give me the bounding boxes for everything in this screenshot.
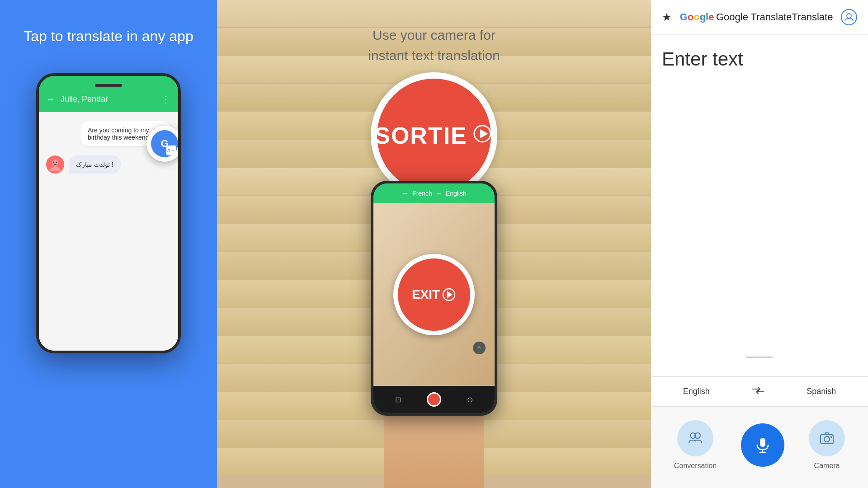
menu-dots-icon[interactable]: ⋮: [161, 94, 171, 105]
phone2-arrow-icon: →: [436, 190, 442, 197]
exit-text-container: EXIT: [412, 287, 456, 302]
svg-point-3: [56, 161, 57, 163]
phone2-bottom-nav: ⊡ ⊙: [373, 386, 495, 413]
action-buttons-row: Conversation: [651, 407, 868, 488]
camera-label: Camera: [814, 462, 840, 470]
phone-header: ← Julie, Pendar ⋮: [39, 87, 178, 112]
contact-name: Julie, Pendar: [61, 94, 156, 104]
sortie-text-container: SORTIE: [374, 122, 494, 149]
shutter-button[interactable]: [427, 392, 441, 407]
conversation-action[interactable]: Conversation: [674, 420, 717, 470]
translate-word: Google Translate: [716, 11, 792, 23]
translate-mini-icon: A→: [166, 145, 176, 155]
middle-title-line1: Use your camera for: [368, 25, 500, 45]
swap-languages-icon[interactable]: [752, 386, 764, 397]
google-e-letter: e: [708, 11, 714, 23]
svg-marker-5: [480, 129, 488, 138]
phone2-lang-to: English: [446, 190, 467, 197]
enter-text-prompt[interactable]: Enter text: [662, 48, 857, 70]
nav-image-icon[interactable]: ⊡: [395, 395, 401, 404]
exit-arrow-icon: [442, 287, 456, 302]
google-g-letter: G: [680, 11, 688, 23]
phone2-lang-from: French: [412, 190, 432, 197]
favorites-icon[interactable]: ★: [662, 11, 672, 23]
translate-label: Translate: [792, 11, 833, 23]
google-o1-letter: o: [688, 11, 693, 23]
svg-point-15: [824, 436, 830, 442]
phone-mockup-left: ← Julie, Pendar ⋮ Are you coming to my b…: [36, 73, 181, 353]
chat-avatar: [46, 155, 64, 174]
gt-app-header: ★ Google Google TranslateTranslate: [651, 0, 868, 35]
phone-mockup-right: ← French → English EXIT: [371, 181, 497, 416]
google-o2-letter: o: [693, 11, 699, 23]
svg-rect-11: [760, 438, 765, 447]
gt-fab-inner: G A→: [151, 130, 178, 157]
middle-title-line2: instant text translation: [368, 45, 500, 66]
mic-action[interactable]: [741, 423, 784, 467]
phone-screen-left: ← Julie, Pendar ⋮ Are you coming to my b…: [39, 76, 178, 351]
google-translate-fab[interactable]: G A→: [146, 126, 178, 162]
phone2-camera-view: EXIT 👁: [373, 203, 495, 386]
chat-message-row: تولدت مبارک !: [46, 155, 171, 174]
profile-icon[interactable]: [841, 9, 857, 25]
chat-area: Are you coming to my birthday this weeke…: [39, 112, 178, 351]
sortie-arrow-icon: [471, 125, 494, 147]
language-selector-bar: English Spanish: [651, 377, 868, 407]
phone2-screen: ← French → English EXIT: [373, 183, 495, 413]
conversation-button[interactable]: [677, 420, 713, 456]
camera-action[interactable]: Camera: [809, 420, 845, 470]
phone2-header: ← French → English: [373, 183, 495, 203]
camera-mode-icon[interactable]: 👁: [473, 342, 486, 354]
panel-camera-translate: Use your camera for instant text transla…: [217, 0, 651, 488]
text-input-area[interactable]: Enter text: [651, 35, 868, 376]
exit-sign: EXIT: [393, 254, 475, 335]
sortie-text: SORTIE: [374, 122, 467, 149]
app-title-container: Google Google TranslateTranslate: [680, 11, 833, 23]
bottom-panel: English Spanish: [651, 376, 868, 488]
drag-handle-area: [662, 79, 857, 367]
language-to[interactable]: Spanish: [807, 387, 836, 396]
hand-phone-area: ← French → English EXIT: [344, 172, 524, 488]
svg-point-8: [847, 14, 851, 18]
conversation-label: Conversation: [674, 462, 717, 470]
nav-timer-icon[interactable]: ⊙: [467, 395, 473, 404]
chat-bubble-left: تولدت مبارک !: [69, 155, 121, 174]
back-arrow-icon[interactable]: ←: [46, 94, 55, 104]
panel-tap-to-translate: Tap to translate in any app ← Julie, Pen…: [0, 0, 217, 488]
mic-button[interactable]: [741, 423, 784, 467]
phone-speaker: [95, 84, 122, 87]
language-from[interactable]: English: [683, 387, 710, 396]
phone2-back-icon: ←: [401, 189, 409, 197]
svg-point-16: [830, 436, 832, 438]
google-g2-letter: g: [700, 11, 706, 23]
exit-text: EXIT: [412, 287, 440, 302]
panel-google-translate-ui: ★ Google Google TranslateTranslate Enter…: [651, 0, 868, 488]
drag-handle: [746, 357, 773, 358]
panel-left-title: Tap to translate in any app: [24, 27, 193, 46]
svg-marker-7: [447, 291, 453, 298]
camera-button[interactable]: [809, 420, 845, 456]
svg-point-1: [50, 166, 61, 171]
middle-panel-title: Use your camera for instant text transla…: [368, 25, 500, 66]
svg-point-2: [53, 161, 55, 163]
